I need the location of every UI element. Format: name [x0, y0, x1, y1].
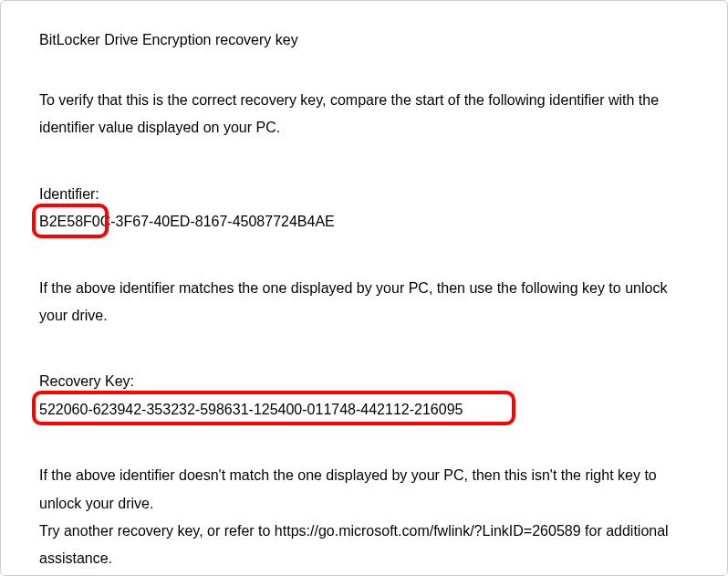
match-instruction-paragraph: If the above identifier matches the one …: [39, 275, 689, 330]
identifier-value: B2E58F0C-3F67-40ED-8167-45087724B4AE: [39, 208, 335, 236]
recovery-key-label: Recovery Key:: [39, 368, 689, 395]
document-container: BitLocker Drive Encryption recovery key …: [0, 0, 728, 576]
recovery-key-value: 522060-623942-353232-598631-125400-01174…: [39, 396, 463, 424]
intro-paragraph: To verify that this is the correct recov…: [39, 87, 689, 142]
identifier-label: Identifier:: [39, 181, 689, 208]
identifier-section: Identifier: B2E58F0C-3F67-40ED-8167-4508…: [39, 181, 689, 236]
recovery-key-section: Recovery Key: 522060-623942-353232-59863…: [39, 368, 689, 424]
no-match-paragraph-1: If the above identifier doesn't match th…: [39, 462, 689, 518]
no-match-paragraph-2: Try another recovery key, or refer to ht…: [39, 518, 689, 573]
document-title: BitLocker Drive Encryption recovery key: [39, 32, 689, 48]
